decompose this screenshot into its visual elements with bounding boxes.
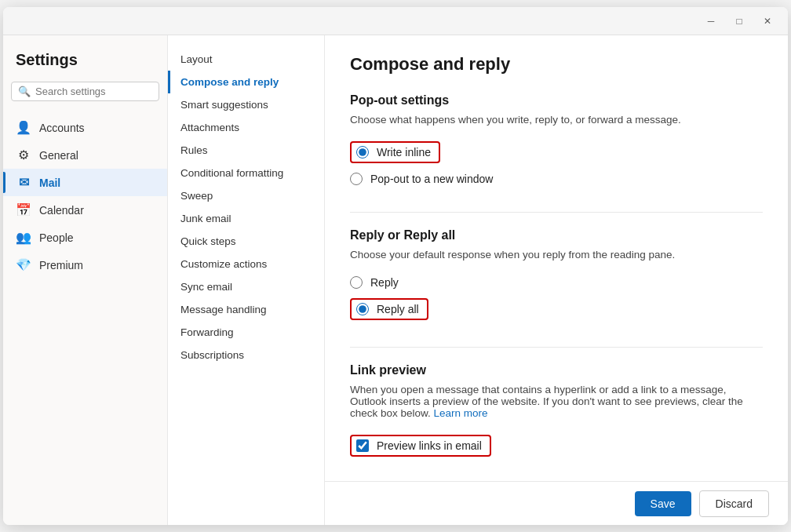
link-preview-desc: When you open a message that contains a … bbox=[350, 384, 763, 419]
save-button[interactable]: Save bbox=[635, 491, 691, 516]
discard-button[interactable]: Discard bbox=[699, 490, 769, 517]
people-icon: 👥 bbox=[16, 230, 31, 245]
reply-all-radio[interactable] bbox=[356, 303, 369, 315]
reply-label: Reply bbox=[370, 276, 399, 289]
sidebar-item-accounts[interactable]: 👤 Accounts bbox=[3, 114, 167, 141]
sidebar-item-calendar-label: Calendar bbox=[39, 204, 84, 217]
submenu-item-sweep[interactable]: Sweep bbox=[168, 184, 324, 207]
write-inline-radio[interactable] bbox=[356, 146, 369, 159]
submenu-item-junk-email[interactable]: Junk email bbox=[168, 207, 324, 230]
search-icon: 🔍 bbox=[18, 86, 31, 97]
reply-all-highlight: Reply all bbox=[350, 298, 428, 320]
submenu-item-smart-suggestions[interactable]: Smart suggestions bbox=[168, 93, 324, 116]
popout-window-radio[interactable] bbox=[350, 173, 363, 185]
accounts-icon: 👤 bbox=[16, 120, 31, 135]
submenu-item-customize-actions[interactable]: Customize actions bbox=[168, 253, 324, 275]
submenu-item-compose-reply[interactable]: Compose and reply bbox=[168, 71, 324, 93]
divider-2 bbox=[350, 347, 763, 348]
search-input[interactable] bbox=[35, 86, 152, 97]
calendar-icon: 📅 bbox=[16, 202, 31, 217]
sidebar-item-mail-label: Mail bbox=[39, 177, 60, 189]
submenu-item-conditional-formatting[interactable]: Conditional formatting bbox=[168, 162, 324, 184]
popout-section: Pop-out settings Choose what happens whe… bbox=[350, 93, 763, 190]
link-preview-title: Link preview bbox=[350, 363, 763, 377]
popout-section-desc: Choose what happens when you write, repl… bbox=[350, 114, 763, 126]
sidebar-item-calendar[interactable]: 📅 Calendar bbox=[3, 196, 167, 224]
page-title: Compose and reply bbox=[350, 54, 763, 75]
submenu-item-quick-steps[interactable]: Quick steps bbox=[168, 230, 324, 253]
reply-section-title: Reply or Reply all bbox=[350, 228, 763, 242]
reply-option[interactable]: Reply bbox=[350, 271, 763, 293]
sidebar-item-people-label: People bbox=[39, 231, 74, 244]
submenu-item-forwarding[interactable]: Forwarding bbox=[168, 321, 324, 344]
popout-window-option[interactable]: Pop-out to a new window bbox=[350, 168, 763, 190]
write-inline-highlight: Write inline bbox=[350, 141, 440, 163]
submenu: Layout Compose and reply Smart suggestio… bbox=[168, 35, 325, 525]
window-controls: ─ □ ✕ bbox=[700, 13, 778, 29]
maximize-button[interactable]: □ bbox=[728, 13, 750, 29]
sidebar-item-people[interactable]: 👥 People bbox=[3, 224, 167, 251]
sidebar-item-mail[interactable]: ✉ Mail bbox=[3, 169, 167, 196]
learn-more-link[interactable]: Learn more bbox=[434, 407, 488, 419]
write-inline-option[interactable]: Write inline bbox=[350, 137, 763, 168]
footer: Save Discard bbox=[325, 481, 788, 525]
minimize-button[interactable]: ─ bbox=[700, 13, 722, 29]
write-inline-label: Write inline bbox=[377, 146, 431, 159]
reply-radio[interactable] bbox=[350, 276, 363, 289]
submenu-item-attachments[interactable]: Attachments bbox=[168, 116, 324, 139]
premium-icon: 💎 bbox=[16, 257, 31, 272]
close-button[interactable]: ✕ bbox=[756, 13, 778, 29]
titlebar: ─ □ ✕ bbox=[3, 7, 788, 35]
sidebar-item-accounts-label: Accounts bbox=[39, 122, 85, 134]
sidebar: Settings 🔍 👤 Accounts ⚙ General ✉ Mail 📅… bbox=[3, 35, 168, 525]
reply-section: Reply or Reply all Choose your default r… bbox=[350, 228, 763, 325]
link-preview-section: Link preview When you open a message tha… bbox=[350, 363, 763, 461]
sidebar-item-premium[interactable]: 💎 Premium bbox=[3, 251, 167, 279]
main-scroll-area: Compose and reply Pop-out settings Choos… bbox=[325, 35, 788, 481]
settings-window: ─ □ ✕ Settings 🔍 👤 Accounts ⚙ General ✉ … bbox=[3, 7, 788, 525]
search-box[interactable]: 🔍 bbox=[11, 82, 159, 101]
reply-section-desc: Choose your default response when you re… bbox=[350, 249, 763, 261]
sidebar-item-general-label: General bbox=[39, 149, 78, 162]
divider-1 bbox=[350, 212, 763, 213]
reply-all-label: Reply all bbox=[377, 303, 419, 315]
submenu-item-message-handling[interactable]: Message handling bbox=[168, 298, 324, 321]
sidebar-title: Settings bbox=[3, 51, 167, 82]
sidebar-item-general[interactable]: ⚙ General bbox=[3, 141, 167, 169]
submenu-item-sync-email[interactable]: Sync email bbox=[168, 275, 324, 298]
link-preview-desc-text: When you open a message that contains a … bbox=[350, 384, 743, 419]
content-area: Settings 🔍 👤 Accounts ⚙ General ✉ Mail 📅… bbox=[3, 35, 788, 525]
submenu-item-layout[interactable]: Layout bbox=[168, 48, 324, 71]
mail-icon: ✉ bbox=[16, 175, 31, 190]
submenu-item-subscriptions[interactable]: Subscriptions bbox=[168, 344, 324, 366]
preview-links-option[interactable]: Preview links in email bbox=[350, 430, 763, 461]
reply-all-option[interactable]: Reply all bbox=[350, 293, 763, 325]
submenu-item-rules[interactable]: Rules bbox=[168, 139, 324, 162]
popout-section-title: Pop-out settings bbox=[350, 93, 763, 107]
sidebar-item-premium-label: Premium bbox=[39, 259, 83, 271]
popout-window-label: Pop-out to a new window bbox=[370, 173, 493, 185]
preview-links-checkbox[interactable] bbox=[356, 439, 369, 452]
preview-links-highlight: Preview links in email bbox=[350, 435, 491, 457]
preview-links-label: Preview links in email bbox=[377, 439, 482, 452]
main-content: Compose and reply Pop-out settings Choos… bbox=[325, 35, 788, 525]
general-icon: ⚙ bbox=[16, 148, 31, 162]
